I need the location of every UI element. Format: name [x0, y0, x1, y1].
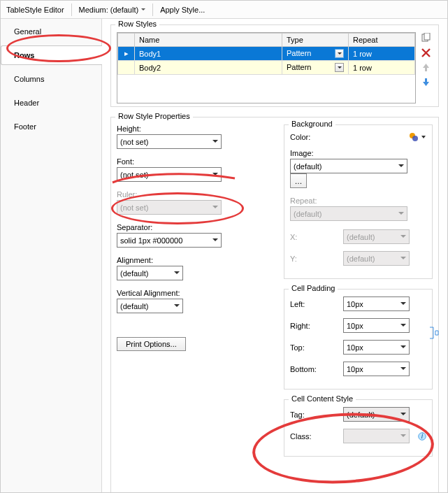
table-style-editor-window: TableStyle Editor Medium: (default) Appl…: [0, 0, 448, 493]
tab-rows[interactable]: Rows: [1, 45, 102, 65]
table-row[interactable]: ▸ Body1 Pattern 1 row: [118, 47, 415, 61]
row-styles-group: Row Styles Name Type Repeat: [110, 24, 439, 107]
row-indicator: ▸: [118, 47, 135, 61]
sidebar: General Rows Columns Header Footer: [1, 19, 102, 492]
height-field: Height:: [117, 124, 264, 149]
background-image-combo[interactable]: [290, 159, 407, 173]
height-combo[interactable]: [117, 134, 222, 149]
row-style-properties-legend: Row Style Properties: [115, 112, 193, 120]
content-panel: Row Styles Name Type Repeat: [102, 19, 447, 492]
move-up-icon[interactable]: [420, 62, 432, 73]
separator-field: Separator:: [117, 223, 264, 248]
apply-style-button[interactable]: Apply Style...: [157, 6, 208, 14]
separator-combo[interactable]: [117, 233, 222, 248]
font-field: Font:: [117, 157, 264, 182]
ruler-combo: [117, 200, 222, 215]
delete-icon[interactable]: [420, 47, 432, 59]
chevron-down-icon[interactable]: [335, 49, 344, 58]
medium-dropdown[interactable]: Medium: (default): [76, 6, 149, 14]
tab-header[interactable]: Header: [1, 93, 101, 113]
tab-general[interactable]: General: [1, 22, 101, 41]
color-picker-icon[interactable]: [409, 132, 426, 142]
info-icon: i: [418, 432, 426, 441]
row-styles-legend: Row Styles: [115, 20, 159, 28]
padding-bottom-combo[interactable]: [343, 362, 410, 376]
row-styles-grid[interactable]: Name Type Repeat ▸ Body1 Pattern: [117, 32, 416, 103]
cell-padding-group: Cell Padding Left: Right: Top: Bottom:: [284, 289, 433, 390]
padding-right-combo[interactable]: [343, 318, 410, 333]
table-row[interactable]: Body2 Pattern 1 row: [118, 61, 415, 75]
tab-footer[interactable]: Footer: [1, 117, 101, 136]
tab-columns[interactable]: Columns: [1, 69, 101, 89]
browse-image-button[interactable]: …: [290, 173, 307, 188]
col-type[interactable]: Type: [282, 34, 349, 47]
alignment-field: Alignment:: [117, 256, 264, 280]
svg-rect-1: [424, 33, 430, 40]
print-options-button[interactable]: Print Options...: [117, 337, 186, 351]
cell-class-combo: [343, 429, 410, 443]
cell-tag-combo[interactable]: [343, 407, 410, 422]
font-combo[interactable]: [117, 167, 222, 182]
cell-content-style-group: Cell Content Style Tag: Class: i: [284, 399, 433, 457]
link-padding-icon[interactable]: [428, 326, 439, 340]
ruler-field: Ruler:: [117, 190, 264, 215]
right-column: Background Color: Image:: [284, 124, 433, 466]
padding-left-combo[interactable]: [343, 296, 410, 311]
vertical-alignment-field: Vertical Alignment:: [117, 289, 264, 313]
copy-icon[interactable]: [420, 32, 432, 44]
col-name[interactable]: Name: [135, 34, 282, 47]
left-column: Height: Font: Ruler: Separator:: [117, 124, 264, 466]
svg-point-3: [412, 136, 418, 141]
chevron-down-icon[interactable]: [335, 63, 344, 72]
col-repeat[interactable]: Repeat: [349, 34, 415, 47]
vertical-alignment-combo[interactable]: [117, 299, 183, 313]
padding-top-combo[interactable]: [343, 340, 410, 355]
alignment-combo[interactable]: [117, 266, 183, 280]
background-repeat-combo: [290, 206, 407, 221]
editor-title: TableStyle Editor: [3, 6, 67, 14]
background-x-combo: [343, 229, 410, 244]
row-style-properties-group: Row Style Properties Height: Font:: [110, 117, 439, 492]
background-group: Background Color: Image:: [284, 124, 433, 279]
move-down-icon[interactable]: [420, 76, 432, 88]
background-y-combo: [343, 251, 410, 266]
toolbar: TableStyle Editor Medium: (default) Appl…: [1, 1, 447, 19]
